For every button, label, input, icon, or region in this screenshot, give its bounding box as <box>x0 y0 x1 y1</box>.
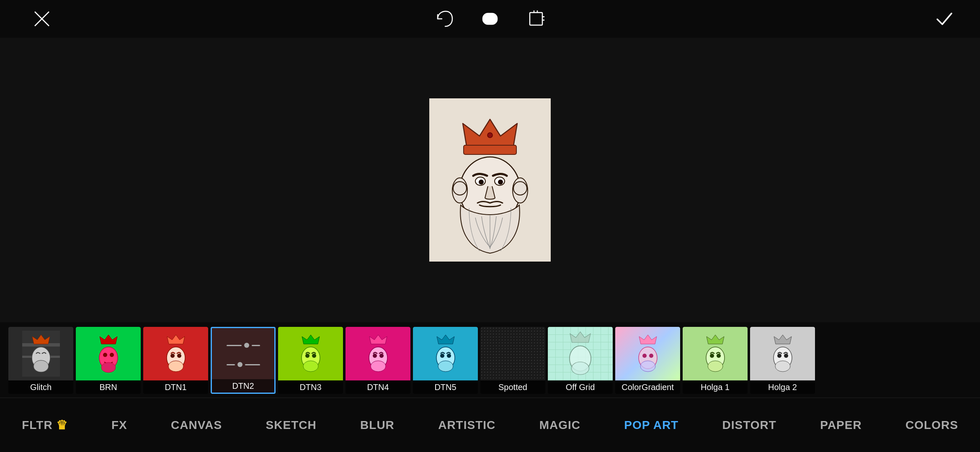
nav-blur-label: BLUR <box>360 419 395 432</box>
svg-point-16 <box>498 180 503 185</box>
nav-canvas[interactable]: CANVAS <box>171 419 222 432</box>
filter-offgrid[interactable]: Off Grid <box>548 327 613 394</box>
svg-point-29 <box>110 353 114 357</box>
filter-dtn3-label: DTN3 <box>278 380 343 394</box>
svg-marker-58 <box>639 335 657 344</box>
filter-spotted[interactable]: Spotted <box>480 327 545 394</box>
crown-icon: ♛ <box>56 418 68 432</box>
filter-dtn4[interactable]: DTN4 <box>346 327 410 394</box>
svg-rect-2 <box>483 13 497 24</box>
filter-spotted-label: Spotted <box>480 380 545 394</box>
nav-colors[interactable]: COLORS <box>905 419 958 432</box>
nav-sketch[interactable]: SKETCH <box>266 419 317 432</box>
filter-settings-icon <box>227 343 260 367</box>
svg-point-35 <box>177 354 181 358</box>
filter-holga2-label: Holga 2 <box>750 380 815 394</box>
svg-point-48 <box>371 361 386 372</box>
filter-dtn4-label: DTN4 <box>346 380 410 394</box>
svg-marker-55 <box>570 332 591 343</box>
svg-point-54 <box>438 361 453 372</box>
eraser-button[interactable] <box>480 8 500 29</box>
nav-fltr-label: FLTR <box>22 419 52 432</box>
filter-offgrid-label: Off Grid <box>548 380 613 394</box>
svg-point-72 <box>777 354 781 358</box>
svg-rect-3 <box>530 13 542 25</box>
nav-blur[interactable]: BLUR <box>360 419 395 432</box>
svg-point-18 <box>513 182 527 195</box>
filter-dtn1-label: DTN1 <box>143 380 208 394</box>
close-button[interactable] <box>25 8 59 29</box>
filter-brn-label: BRN <box>76 380 141 394</box>
nav-fx-label: FX <box>111 419 127 432</box>
nav-artistic-label: ARTISTIC <box>438 419 495 432</box>
svg-point-15 <box>479 180 484 185</box>
filter-colorgradient[interactable]: ColorGradient <box>615 327 680 394</box>
nav-fx[interactable]: FX <box>111 419 127 432</box>
filter-holga1[interactable]: Holga 1 <box>683 327 748 394</box>
nav-distort[interactable]: DISTORT <box>722 419 776 432</box>
filter-glitch-label: Glitch <box>8 380 73 394</box>
filter-holga2[interactable]: Holga 2 <box>750 327 815 394</box>
svg-point-53 <box>447 354 451 358</box>
crop-button[interactable] <box>526 8 547 29</box>
svg-point-9 <box>487 133 493 138</box>
svg-point-40 <box>305 354 309 358</box>
filter-dtn3[interactable]: DTN3 <box>278 327 343 394</box>
svg-point-30 <box>101 362 116 372</box>
nav-sketch-label: SKETCH <box>266 419 317 432</box>
nav-canvas-label: CANVAS <box>171 419 222 432</box>
filter-dtn1[interactable]: DTN1 <box>143 327 208 394</box>
svg-point-60 <box>642 354 647 358</box>
svg-point-34 <box>170 354 175 358</box>
svg-point-61 <box>649 354 653 358</box>
filter-dtn2[interactable]: DTN2 <box>211 327 276 394</box>
nav-popart-label: POP ART <box>624 419 678 432</box>
svg-point-68 <box>708 361 723 372</box>
filter-dtn5[interactable]: DTN5 <box>413 327 478 394</box>
filter-brn[interactable]: BRN <box>76 327 141 394</box>
nav-distort-label: DISTORT <box>722 419 776 432</box>
canvas-area <box>0 38 980 322</box>
bottom-nav: FLTR ♛ FX CANVAS SKETCH BLUR ARTISTIC MA… <box>0 398 980 452</box>
nav-paper-label: PAPER <box>820 419 861 432</box>
svg-rect-8 <box>464 145 516 154</box>
toolbar-center <box>433 8 547 29</box>
filter-holga1-label: Holga 1 <box>683 380 748 394</box>
undo-button[interactable] <box>433 8 454 29</box>
svg-point-46 <box>373 354 377 358</box>
artwork-preview <box>429 98 551 262</box>
confirm-button[interactable] <box>934 8 955 29</box>
svg-point-67 <box>717 354 721 358</box>
svg-point-41 <box>312 354 316 358</box>
svg-point-73 <box>784 354 788 358</box>
svg-point-66 <box>710 354 714 358</box>
nav-magic-label: MAGIC <box>539 419 580 432</box>
filter-dtn2-label: DTN2 <box>212 379 274 393</box>
filter-dtn5-label: DTN5 <box>413 380 478 394</box>
svg-point-28 <box>103 353 107 357</box>
svg-point-74 <box>775 361 790 372</box>
filter-strip: Glitch BRN <box>0 323 980 398</box>
svg-point-17 <box>453 182 467 195</box>
nav-fltr[interactable]: FLTR ♛ <box>22 418 67 432</box>
nav-paper[interactable]: PAPER <box>820 419 861 432</box>
filter-glitch[interactable]: Glitch <box>8 327 73 394</box>
nav-magic[interactable]: MAGIC <box>539 419 580 432</box>
toolbar <box>0 0 980 38</box>
svg-point-62 <box>640 361 655 372</box>
nav-popart[interactable]: POP ART <box>624 419 678 432</box>
svg-point-42 <box>303 361 318 372</box>
nav-colors-label: COLORS <box>905 419 958 432</box>
filter-colorgradient-label: ColorGradient <box>615 380 680 394</box>
svg-point-52 <box>440 354 444 358</box>
svg-point-57 <box>572 362 589 375</box>
svg-point-47 <box>379 354 384 358</box>
nav-artistic[interactable]: ARTISTIC <box>438 419 495 432</box>
svg-point-36 <box>168 361 183 372</box>
svg-point-24 <box>34 360 49 372</box>
